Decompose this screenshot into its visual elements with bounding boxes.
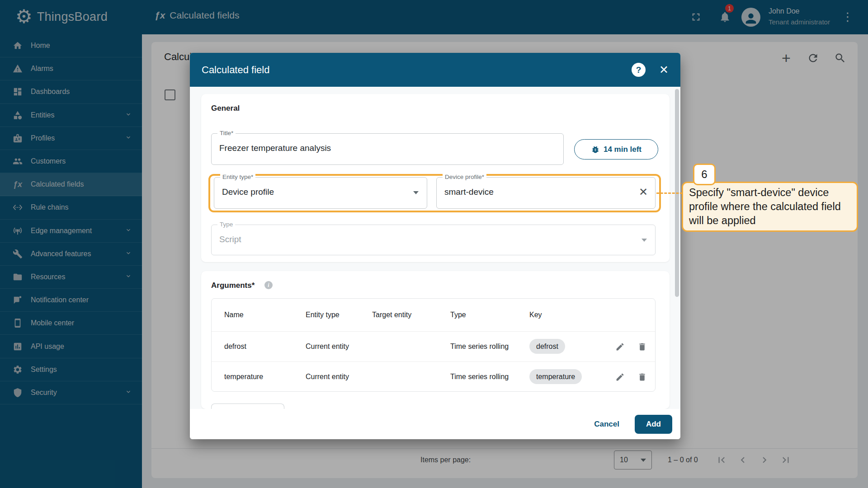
cancel-button[interactable]: Cancel: [594, 420, 619, 429]
title-field-value: Freezer temperature analysis: [219, 143, 331, 153]
entity-type-label: Entity type*: [220, 174, 255, 180]
add-button[interactable]: Add: [635, 415, 672, 434]
type-select[interactable]: Type Script: [211, 225, 656, 255]
delete-icon[interactable]: [637, 342, 647, 352]
calculated-field-dialog: Calculated field ? ✕ General Title* Free…: [190, 53, 680, 439]
type-label: Type: [217, 221, 235, 228]
chevron-down-icon: [642, 239, 647, 242]
table-row: temperature Current entity Time series r…: [212, 361, 655, 392]
key-chip: temperature: [529, 369, 582, 384]
info-icon[interactable]: i: [264, 281, 273, 289]
entity-type-value: Device profile: [222, 187, 274, 197]
delete-icon[interactable]: [637, 372, 647, 382]
type-value: Script: [219, 235, 241, 244]
close-icon[interactable]: ✕: [659, 64, 669, 75]
debug-mode-chip[interactable]: 14 min left: [574, 139, 658, 160]
general-section: General Title* Freezer temperature analy…: [201, 94, 670, 262]
arguments-section: Arguments* i Name Entity type Target ent…: [201, 271, 670, 409]
callout-text: Specify "smart-device" device profile wh…: [682, 182, 858, 232]
device-profile-label: Device profile*: [443, 174, 486, 180]
dialog-footer: Cancel Add: [190, 409, 680, 439]
edit-icon[interactable]: [615, 342, 625, 352]
screen: Calculated fields + Items per page: 10 1…: [0, 0, 868, 488]
device-profile-field[interactable]: Device profile* smart-device ✕: [436, 177, 656, 209]
debug-chip-label: 14 min left: [604, 145, 642, 154]
clear-icon[interactable]: ✕: [639, 186, 648, 198]
entity-type-select[interactable]: Entity type* Device profile: [214, 177, 427, 209]
edit-icon[interactable]: [615, 372, 625, 382]
callout-step-number: 6: [693, 164, 716, 185]
table-row: defrost Current entity Time series rolli…: [212, 331, 655, 361]
arguments-table-header: Name Entity type Target entity Type Key: [212, 299, 655, 331]
dialog-header: Calculated field ? ✕: [190, 53, 680, 87]
general-heading: General: [211, 104, 240, 113]
key-chip: defrost: [529, 339, 565, 354]
title-field-label: Title*: [217, 130, 236, 136]
title-field[interactable]: Title* Freezer temperature analysis: [211, 133, 564, 165]
device-profile-value: smart-device: [444, 187, 494, 197]
arguments-table: Name Entity type Target entity Type Key …: [211, 298, 656, 392]
dialog-title: Calculated field: [202, 64, 632, 76]
arguments-heading: Arguments*: [211, 281, 255, 290]
chevron-down-icon: [413, 191, 419, 194]
help-icon[interactable]: ?: [632, 63, 646, 77]
bug-icon: [591, 145, 600, 154]
callout-connector-line: [656, 192, 683, 194]
